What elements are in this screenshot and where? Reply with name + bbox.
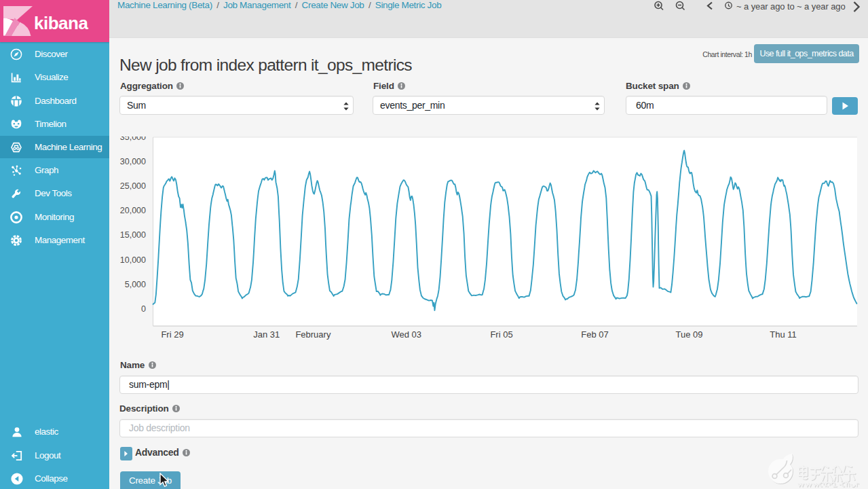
svg-text:5,000: 5,000 bbox=[125, 280, 146, 289]
svg-text:20,000: 20,000 bbox=[120, 206, 146, 215]
svg-text:10,000: 10,000 bbox=[120, 255, 146, 265]
svg-text:Wed 03: Wed 03 bbox=[392, 329, 422, 340]
svg-text:Fri 05: Fri 05 bbox=[490, 329, 512, 340]
svg-text:35,000: 35,000 bbox=[120, 137, 146, 142]
svg-text:0: 0 bbox=[141, 304, 146, 314]
svg-text:15,000: 15,000 bbox=[120, 230, 146, 240]
svg-text:February: February bbox=[295, 329, 331, 340]
svg-text:Tue 09: Tue 09 bbox=[676, 329, 703, 340]
svg-text:Feb 07: Feb 07 bbox=[581, 329, 608, 340]
svg-text:Jan 31: Jan 31 bbox=[253, 329, 280, 340]
svg-text:Thu 11: Thu 11 bbox=[770, 329, 797, 340]
svg-text:Fri 29: Fri 29 bbox=[161, 329, 183, 340]
svg-text:25,000: 25,000 bbox=[120, 181, 146, 191]
svg-text:30,000: 30,000 bbox=[120, 157, 146, 166]
